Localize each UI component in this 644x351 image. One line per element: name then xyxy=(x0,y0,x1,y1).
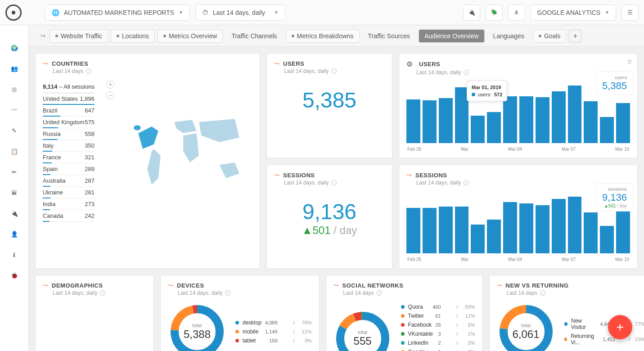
country-row[interactable]: France321 xyxy=(43,152,95,163)
nav-chart[interactable]: 〰 xyxy=(10,105,19,114)
legend-name: Twitter xyxy=(408,313,424,319)
tab-traffic-channels[interactable]: Traffic Channels xyxy=(225,29,283,43)
tab-locations[interactable]: Locations xyxy=(111,29,155,43)
tab-audience-overview[interactable]: Audience Overview xyxy=(419,29,485,43)
legend-row[interactable]: mobile1,149 / 21% xyxy=(235,327,312,336)
newret-donut[interactable]: total6,061 xyxy=(497,302,555,351)
bar[interactable] xyxy=(423,100,437,143)
report-selector[interactable]: 🌐 AUTOMATED MARKETING REPORTS ▼ xyxy=(45,4,190,21)
country-row[interactable]: Italy350 xyxy=(43,140,95,152)
legend-row[interactable]: Twitter61 / 11% xyxy=(401,311,475,320)
nav-edit[interactable]: ✎ xyxy=(10,126,19,135)
tab-metrics-breakdowns[interactable]: Metrics Breakdowns xyxy=(286,29,360,43)
connector-selector[interactable]: GOOGLE ANALYTICS ▼ xyxy=(531,4,616,21)
bar[interactable] xyxy=(584,101,598,143)
add-country-button[interactable]: + xyxy=(106,81,114,89)
bar[interactable] xyxy=(471,225,485,253)
bar[interactable] xyxy=(439,98,453,143)
nav-pencil[interactable]: ✏ xyxy=(10,167,19,176)
bar[interactable] xyxy=(519,96,533,143)
country-row[interactable]: India273 xyxy=(43,198,95,210)
bar[interactable] xyxy=(487,112,501,143)
redo-icon[interactable]: ↪ xyxy=(41,32,45,39)
nav-debug[interactable]: 🐞 xyxy=(10,271,19,280)
bar[interactable] xyxy=(536,205,549,253)
legend-row[interactable]: VKontakte3 / 1% xyxy=(401,329,475,338)
tab-languages[interactable]: Languages xyxy=(487,29,530,43)
bar[interactable] xyxy=(503,202,517,253)
legend-row[interactable]: LinkedIn2 / 0% xyxy=(401,338,475,347)
bar[interactable] xyxy=(406,99,420,144)
info-icon[interactable]: i xyxy=(331,180,337,185)
info-icon[interactable]: i xyxy=(100,290,105,296)
tab-goals[interactable]: Goals xyxy=(533,29,567,43)
country-row[interactable]: Brazil647 xyxy=(43,105,95,117)
bar[interactable] xyxy=(519,203,533,253)
devices-donut[interactable]: total5,388 xyxy=(168,302,226,351)
bar[interactable] xyxy=(423,208,437,253)
bar[interactable] xyxy=(503,96,517,143)
bar[interactable] xyxy=(552,199,566,253)
legend-row[interactable]: Quora460 / 83% xyxy=(401,302,475,311)
remove-country-button[interactable]: − xyxy=(106,91,114,99)
country-row[interactable]: Spain289 xyxy=(43,163,95,175)
legend-row[interactable]: Facebook26 / 5% xyxy=(401,320,475,329)
nav-globe[interactable]: 🌍 xyxy=(10,43,19,52)
tab-traffic-sources[interactable]: Traffic Sources xyxy=(362,29,416,43)
legend-row[interactable]: Google+1 / 0% xyxy=(401,347,475,351)
bar[interactable] xyxy=(568,86,582,143)
nav-info[interactable]: ℹ xyxy=(10,250,19,259)
bar[interactable] xyxy=(536,97,549,143)
bar[interactable] xyxy=(584,212,598,253)
tab-metrics-overview[interactable]: Metrics Overview xyxy=(158,29,223,43)
bar[interactable] xyxy=(471,116,485,143)
country-row[interactable]: United States1,896 xyxy=(43,93,95,105)
bar[interactable] xyxy=(487,220,501,253)
bar[interactable] xyxy=(616,103,630,143)
country-row[interactable]: Russia558 xyxy=(43,128,95,140)
country-row[interactable]: Ukraine281 xyxy=(43,187,95,198)
daterange-selector[interactable]: ⏱ Last 14 days, daily ▼ xyxy=(195,4,285,21)
tab-website-traffic[interactable]: Website Traffic xyxy=(50,29,108,43)
social-donut[interactable]: total555 xyxy=(333,309,392,351)
globe-icon: 🌐 xyxy=(52,9,59,16)
demographics-chart[interactable] xyxy=(43,303,146,351)
info-icon[interactable]: i xyxy=(331,68,337,74)
nav-target[interactable]: ◎ xyxy=(10,85,19,94)
bar[interactable] xyxy=(552,91,566,143)
add-fab-button[interactable]: + xyxy=(608,315,632,339)
bar[interactable] xyxy=(616,211,630,253)
country-row[interactable]: Australia287 xyxy=(43,175,95,187)
legend-row[interactable]: tablet150 / 3% xyxy=(235,336,312,345)
bar[interactable] xyxy=(568,197,582,253)
nav-users[interactable]: 👥 xyxy=(10,64,19,73)
info-icon[interactable]: i xyxy=(464,70,469,75)
plug-button[interactable]: 🔌 xyxy=(463,4,480,21)
bar[interactable] xyxy=(600,226,614,253)
move-handle-icon[interactable]: ⠿ xyxy=(627,59,632,66)
info-icon[interactable]: i xyxy=(540,290,545,296)
bar[interactable] xyxy=(455,207,469,253)
app-logo[interactable] xyxy=(5,4,22,21)
bar[interactable] xyxy=(600,117,614,144)
nav-plugin[interactable]: 🔌 xyxy=(10,209,19,218)
world-map[interactable] xyxy=(123,81,252,222)
nav-account[interactable]: 👤 xyxy=(10,230,19,238)
nav-clipboard[interactable]: 📋 xyxy=(10,147,19,156)
bar[interactable] xyxy=(439,207,453,253)
legend-row[interactable]: Returning Vi...1,412 / 23% xyxy=(564,332,644,347)
info-icon[interactable]: i xyxy=(464,180,469,185)
nav-bank[interactable]: 🏛 xyxy=(10,188,19,197)
info-icon[interactable]: i xyxy=(225,290,230,296)
info-icon[interactable]: i xyxy=(86,68,91,74)
add-tab-button[interactable]: + xyxy=(569,30,581,42)
share-button[interactable]: ⋔ xyxy=(508,4,525,21)
bug-button[interactable]: 🪲 xyxy=(486,4,503,21)
legend-row[interactable]: desktop4,089 / 76% xyxy=(235,318,312,327)
country-row[interactable]: Canada242 xyxy=(43,210,95,222)
menu-button[interactable]: ☰ xyxy=(621,4,639,21)
gear-icon[interactable]: ⚙ xyxy=(406,60,413,68)
info-icon[interactable]: i xyxy=(377,290,382,296)
bar[interactable] xyxy=(406,208,420,253)
country-row[interactable]: United Kingdom575 xyxy=(43,117,95,128)
